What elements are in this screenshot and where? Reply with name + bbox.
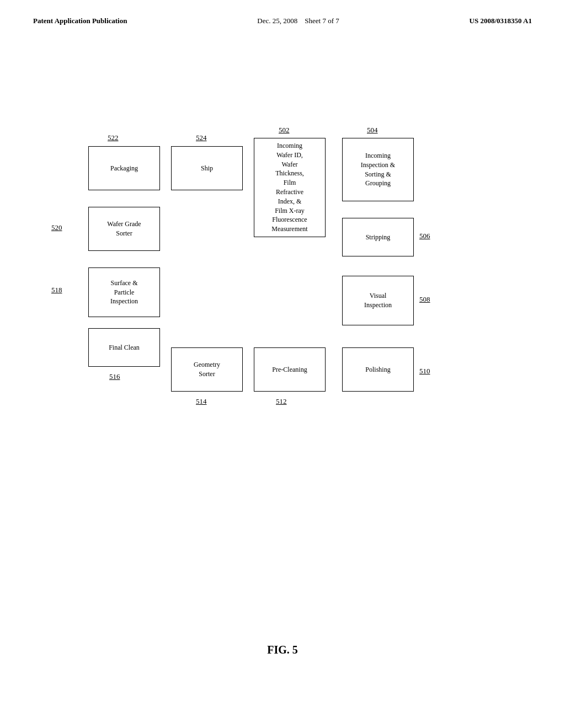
label-508: 508 <box>419 295 430 304</box>
box-516: Final Clean <box>88 328 160 367</box>
label-520: 520 <box>51 223 62 232</box>
label-522: 522 <box>108 133 119 142</box>
header-center: Dec. 25, 2008 Sheet 7 of 7 <box>257 17 339 25</box>
box-524: Ship <box>171 146 243 190</box>
header-right: US 2008/0318350 A1 <box>470 17 532 25</box>
box-518: Surface &ParticleInspection <box>88 267 160 317</box>
label-510: 510 <box>419 367 430 376</box>
figure-label: FIG. 5 <box>267 644 298 656</box>
label-506: 506 <box>419 232 430 240</box>
box-522: Packaging <box>88 146 160 190</box>
header-left: Patent Application Publication <box>33 17 127 25</box>
diagram-area: IncomingWafer ID,WaferThickness,FilmRefr… <box>0 110 565 524</box>
label-524: 524 <box>196 133 207 142</box>
label-516: 516 <box>109 372 120 381</box>
label-502: 502 <box>279 126 290 135</box>
box-506: Stripping <box>342 218 414 256</box>
box-514: GeometrySorter <box>171 347 243 392</box>
box-520: Wafer GradeSorter <box>88 207 160 251</box>
box-508: VisualInspection <box>342 276 414 325</box>
label-514: 514 <box>196 397 207 406</box>
label-512: 512 <box>276 397 287 406</box>
box-510: Polishing <box>342 347 414 392</box>
label-518: 518 <box>51 286 62 295</box>
page-header: Patent Application Publication Dec. 25, … <box>0 0 565 25</box>
box-504: IncomingInspection &Sorting &Grouping <box>342 138 414 201</box>
box-502: IncomingWafer ID,WaferThickness,FilmRefr… <box>254 138 326 237</box>
label-504: 504 <box>367 126 378 135</box>
box-512: Pre-Cleaning <box>254 347 326 392</box>
